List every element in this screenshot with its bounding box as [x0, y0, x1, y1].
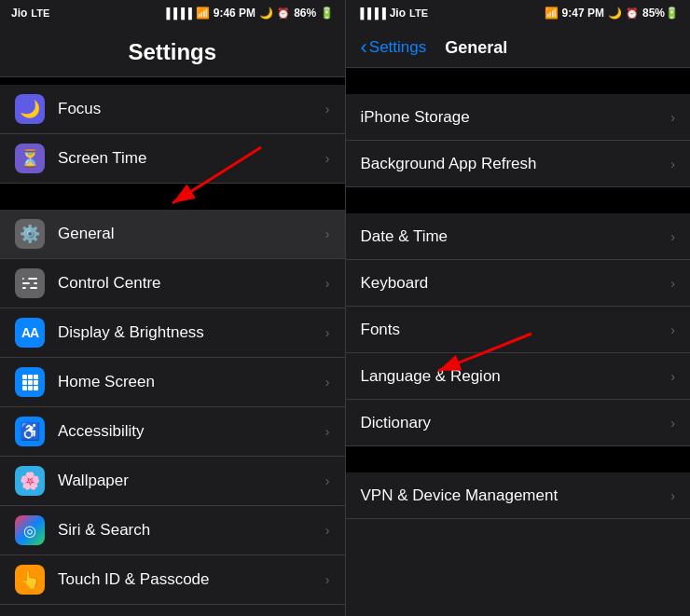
sidebar-item-home-screen[interactable]: Home Screen › [0, 358, 345, 407]
right-item-iphone-storage[interactable]: iPhone Storage › [346, 94, 691, 141]
vpn-chevron: › [670, 488, 675, 503]
screen-time-chevron: › [325, 151, 330, 166]
wallpaper-chevron: › [325, 473, 330, 488]
accessibility-chevron: › [325, 424, 330, 439]
home-screen-chevron: › [325, 375, 330, 390]
sliders-svg [21, 274, 39, 293]
display-brightness-icon: AA [15, 318, 45, 348]
fonts-chevron: › [670, 322, 675, 337]
right-status-bar: ▐▐▐▐ Jio LTE 📶 9:47 PM 🌙 ⏰ 85%🔋 [346, 0, 691, 26]
right-section-3: VPN & Device Management › [346, 472, 691, 519]
signal-icon: ▐▐▐▐ [163, 7, 192, 19]
svg-rect-6 [22, 375, 27, 379]
left-status-bar: Jio LTE ▐▐▐▐ 📶 9:46 PM 🌙 ⏰ 86% 🔋 [0, 0, 346, 26]
svg-point-5 [26, 286, 31, 291]
language-region-chevron: › [670, 369, 675, 384]
siri-search-chevron: › [325, 523, 330, 538]
back-chevron-icon: ‹ [361, 37, 367, 58]
right-settings-list: iPhone Storage › Background App Refresh … [346, 68, 691, 616]
sidebar-item-general[interactable]: ⚙️ General › [0, 210, 345, 259]
left-panel-header: Settings [0, 26, 345, 77]
alarm-icon: ⏰ [277, 7, 290, 20]
left-network: LTE [31, 7, 49, 19]
right-battery: 85%🔋 [642, 7, 679, 20]
home-screen-label: Home Screen [58, 373, 325, 391]
touch-id-label: Touch ID & Passcode [58, 570, 325, 589]
display-brightness-chevron: › [325, 325, 330, 340]
right-panel-header: ‹ Settings General [346, 26, 691, 68]
right-section-1: iPhone Storage › Background App Refresh … [346, 94, 691, 187]
screen-time-icon: ⏳ [15, 144, 45, 173]
right-section-2: Date & Time › Keyboard › Fonts › Languag… [346, 213, 691, 446]
touch-id-icon: 👆 [15, 565, 45, 595]
back-label: Settings [369, 38, 426, 57]
control-centre-chevron: › [325, 276, 330, 291]
right-item-fonts[interactable]: Fonts › [346, 307, 691, 353]
keyboard-chevron: › [670, 276, 675, 291]
back-button[interactable]: ‹ Settings [361, 37, 427, 58]
control-centre-label: Control Centre [58, 274, 325, 293]
background-refresh-label: Background App Refresh [361, 155, 671, 173]
moon-icon: 🌙 [259, 7, 273, 20]
svg-rect-10 [28, 380, 33, 385]
svg-rect-7 [28, 375, 33, 379]
focus-label: Focus [58, 100, 325, 118]
accessibility-icon: ♿ [15, 417, 45, 446]
wifi-icon: 📶 [196, 7, 210, 20]
left-panel-title: Settings [15, 39, 330, 65]
right-carrier: Jio [390, 7, 406, 20]
right-moon-icon: 🌙 [608, 7, 622, 20]
sidebar-item-focus[interactable]: 🌙 Focus › [0, 85, 345, 134]
right-alarm-icon: ⏰ [626, 7, 639, 20]
home-screen-icon [15, 367, 45, 397]
background-refresh-chevron: › [670, 157, 675, 171]
sidebar-item-accessibility[interactable]: ♿ Accessibility › [0, 407, 345, 457]
general-label: General [58, 225, 325, 243]
language-region-label: Language & Region [361, 367, 671, 386]
right-item-background-refresh[interactable]: Background App Refresh › [346, 141, 691, 187]
dictionary-label: Dictionary [361, 414, 671, 432]
sidebar-item-display-brightness[interactable]: AA Display & Brightness › [0, 308, 345, 358]
svg-rect-12 [22, 386, 27, 390]
focus-icon: 🌙 [15, 94, 45, 124]
battery-icon: 86% 🔋 [294, 7, 333, 20]
left-panel: Settings 🌙 Focus › ⏳ Sc [0, 26, 346, 616]
date-time-label: Date & Time [361, 227, 671, 246]
siri-search-label: Siri & Search [58, 521, 325, 540]
right-wifi-icon: 📶 [545, 7, 559, 20]
keyboard-label: Keyboard [361, 274, 671, 293]
control-centre-icon [15, 268, 45, 298]
sidebar-item-control-centre[interactable]: Control Centre › [0, 259, 345, 308]
right-panel: ‹ Settings General iPhone Storage › Back… [346, 26, 691, 616]
vpn-label: VPN & Device Management [361, 486, 671, 505]
right-item-language-region[interactable]: Language & Region › [346, 353, 691, 400]
left-time: 9:46 PM [214, 7, 255, 20]
right-item-keyboard[interactable]: Keyboard › [346, 260, 691, 307]
wallpaper-label: Wallpaper [58, 472, 325, 490]
date-time-chevron: › [670, 229, 675, 244]
svg-rect-9 [22, 380, 27, 385]
iphone-storage-label: iPhone Storage [361, 108, 671, 127]
right-panel-title: General [445, 38, 507, 58]
sidebar-item-screen-time[interactable]: ⏳ Screen Time › [0, 134, 345, 184]
sidebar-item-touch-id[interactable]: 👆 Touch ID & Passcode › [0, 555, 345, 605]
siri-icon: ◎ [15, 515, 45, 545]
right-item-dictionary[interactable]: Dictionary › [346, 400, 691, 446]
right-item-date-time[interactable]: Date & Time › [346, 213, 691, 260]
sidebar-item-siri-search[interactable]: ◎ Siri & Search › [0, 506, 345, 555]
dictionary-chevron: › [670, 416, 675, 431]
svg-point-3 [24, 277, 29, 281]
sidebar-item-wallpaper[interactable]: 🌸 Wallpaper › [0, 457, 345, 506]
left-settings-list: 🌙 Focus › ⏳ Screen Time › [0, 77, 345, 616]
svg-rect-11 [34, 380, 38, 385]
fonts-label: Fonts [361, 321, 671, 339]
svg-rect-14 [34, 386, 38, 390]
touch-id-chevron: › [325, 572, 330, 587]
wallpaper-icon: 🌸 [15, 466, 45, 496]
general-icon: ⚙️ [15, 219, 45, 249]
right-item-vpn[interactable]: VPN & Device Management › [346, 472, 691, 519]
focus-chevron: › [325, 102, 330, 116]
svg-rect-8 [34, 375, 38, 379]
svg-rect-13 [28, 386, 33, 390]
svg-point-4 [30, 281, 34, 286]
